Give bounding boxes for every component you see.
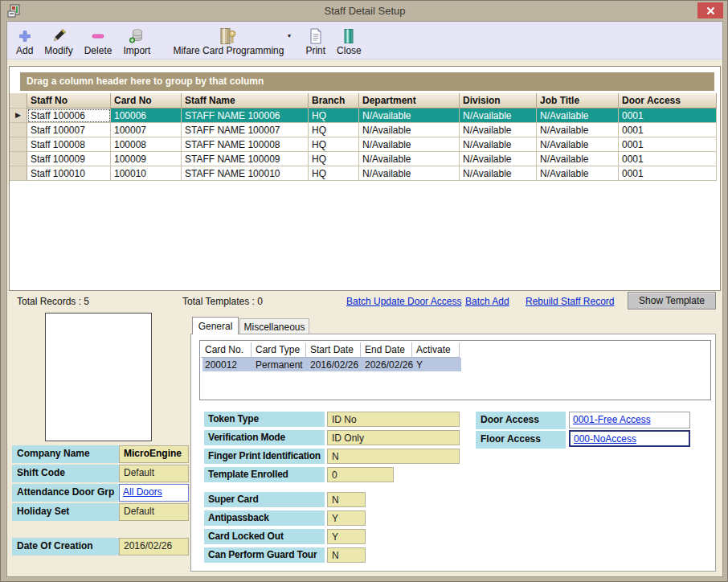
grid-cell: N/Available [359,152,460,166]
token-type-value: ID No [327,412,460,427]
column-header-door-access[interactable]: Door Access [619,93,717,109]
add-button[interactable]: Add [10,26,39,58]
card-locked-out-label: Card Locked Out [204,529,325,544]
grid-cell: HQ [309,166,359,181]
grid-cell: N/Available [359,109,460,123]
tab-miscellaneous[interactable]: Miscellaneous [239,318,309,334]
table-row[interactable]: ▶ Staff 100006 100006 STAFF NAME 100006 … [10,109,717,123]
door-access-link[interactable]: 0001-Free Access [573,414,651,425]
table-row[interactable]: Staff 100007 100007 STAFF NAME 100007 HQ… [10,123,717,137]
general-tab-page: Card No. Card Type Start Date End Date A… [190,334,716,572]
floor-access-label: Floor Access [476,431,566,449]
close-button[interactable] [697,2,723,18]
mifare-card-programming-button[interactable]: Mifare Card Programming [167,26,289,58]
attendance-door-grp-label: Attendance Door Grp [12,484,119,502]
column-header-staff-no[interactable]: Staff No [27,93,111,109]
grid-cell: 100008 [111,137,182,152]
column-header-card-no[interactable]: Card No [111,93,182,109]
grid-cell: STAFF NAME 100007 [182,123,309,137]
antipassback-label: Antipassback [204,510,325,526]
title-bar: Staff Detail Setup [1,1,728,22]
date-of-creation-label: Date Of Creation [12,538,119,555]
grid-cell: 100006 [111,109,182,123]
grid-cell: 0001 [619,123,717,137]
show-template-button[interactable]: Show Template [628,292,716,309]
grid-cell: N/Available [537,166,619,181]
close-toolbar-label: Close [337,45,362,56]
can-perform-guard-tour-label: Can Perform Guard Tour [204,547,325,563]
template-enrolled-value: 0 [327,467,394,482]
row-selector [10,137,27,152]
card-column-activate[interactable]: Activate [412,342,460,357]
door-access-value: 0001-Free Access [569,412,690,428]
table-row[interactable]: Staff 100008 100008 STAFF NAME 100008 HQ… [10,137,717,152]
rebuild-staff-record-link[interactable]: Rebuild Staff Record [526,296,615,307]
column-header-division[interactable]: Division [460,93,537,109]
modify-button[interactable]: Modify [39,26,78,58]
card-column-end-date[interactable]: End Date [361,342,412,357]
row-selector [10,166,27,181]
close-toolbar-button[interactable]: Close [331,26,367,58]
date-of-creation-value: 2016/02/26 [119,538,189,555]
group-by-bar[interactable]: Drag a column header here to group by th… [20,72,714,91]
card-column-card-type[interactable]: Card Type [252,342,306,357]
pencil-icon [51,27,67,45]
all-doors-link[interactable]: All Doors [123,486,162,498]
row-selector: ▶ [10,109,27,123]
add-label: Add [16,45,33,56]
can-perform-guard-tour-value: N [327,547,366,563]
grid-cell: 100010 [111,166,182,181]
table-row[interactable]: Staff 100009 100009 STAFF NAME 100009 HQ… [10,152,717,166]
column-header-branch[interactable]: Branch [309,93,359,109]
holiday-set-value: Default [119,503,189,521]
finger-print-identification-label: Finger Print Identification [204,449,325,464]
finger-print-identification-value: N [327,449,460,464]
card-list-header: Card No. Card Type Start Date End Date A… [201,342,460,358]
grid-cell: N/Available [537,137,619,152]
card-cell: 2016/02/26 [308,358,362,371]
window-title: Staff Detail Setup [1,5,728,17]
import-icon [129,27,145,45]
column-header-department[interactable]: Department [359,93,460,109]
grid-cell: N/Available [359,166,460,181]
floor-access-link[interactable]: 000-NoAccess [574,433,636,445]
total-templates: Total Templates : 0 [182,296,263,307]
print-button[interactable]: Print [300,26,331,58]
column-header-staff-name[interactable]: Staff Name [182,93,309,109]
company-name-label: Company Name [12,445,119,463]
token-type-label: Token Type [204,412,325,427]
mifare-card-programming-label: Mifare Card Programming [173,45,284,56]
staff-detail-setup-window: Staff Detail Setup Add Modify [0,0,728,582]
grid-cell: 0001 [619,152,717,166]
grid-cell: Staff 100006 [27,109,111,123]
grid-cell: 0001 [619,166,717,181]
grid-cell: Staff 100007 [27,123,111,137]
grid-cell: STAFF NAME 100008 [182,137,309,152]
row-selector-header [10,93,27,109]
floor-access-value: 000-NoAccess [569,430,690,447]
delete-button[interactable]: Delete [79,26,118,58]
batch-update-door-access-link[interactable]: Batch Update Door Access [346,296,461,307]
tab-general[interactable]: General [192,317,239,334]
import-button[interactable]: Import [117,26,156,58]
row-selector [10,123,27,137]
table-row[interactable]: Staff 100010 100010 STAFF NAME 100010 HQ… [10,166,717,181]
row-selector [10,152,27,166]
batch-add-link[interactable]: Batch Add [465,296,509,307]
grid-cell: STAFF NAME 100006 [182,109,309,123]
import-label: Import [123,45,150,56]
card-column-start-date[interactable]: Start Date [306,342,361,357]
mifare-dropdown-arrow-icon[interactable]: ▼ [286,33,292,39]
grid-cell: N/Available [359,137,460,152]
client-area: Add Modify Delete Import [7,22,722,576]
card-row[interactable]: 200012 Permanent 2016/02/26 2026/02/26 Y [202,358,461,371]
card-column-card-no[interactable]: Card No. [201,342,252,357]
delete-label: Delete [84,45,112,56]
grid-cell: HQ [309,109,359,123]
column-header-job-title[interactable]: Job Title [537,93,619,109]
grid-cell: N/Available [460,166,537,181]
card-locked-out-value: Y [327,529,366,544]
print-icon [309,27,323,45]
grid-cell: N/Available [460,109,537,123]
minus-icon [90,27,106,45]
